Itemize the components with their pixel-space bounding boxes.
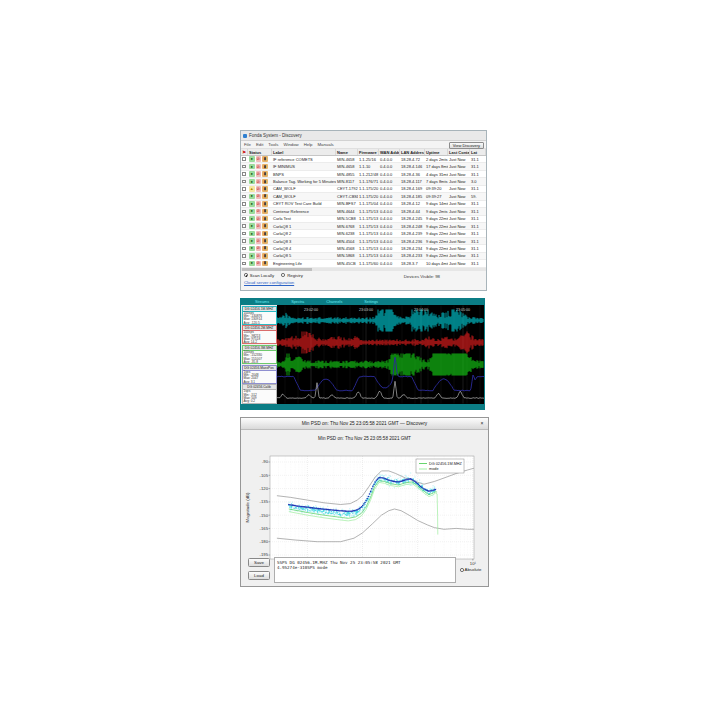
table-row[interactable]: ●⊘▮CarlaQ8 3MIN-45041.1-175/130.4.0.018.… [241, 238, 486, 245]
row-checkbox[interactable] [242, 195, 246, 199]
column-header-Status[interactable]: Status [248, 149, 272, 155]
y-tick-label: -180 [260, 539, 269, 544]
view-discovery-button[interactable]: View Discovery [449, 142, 484, 149]
cloud-server-config-link[interactable]: Cloud server configuration [244, 280, 294, 285]
device-name: MIN-4658 [336, 163, 358, 169]
column-header-Uptime[interactable]: Uptime [425, 149, 448, 155]
menu-item-help[interactable]: Help [304, 142, 313, 147]
device-firmware: 1.1-25/16 [358, 156, 379, 162]
device-wan: 0.4.0.0 [379, 238, 400, 244]
row-checkbox[interactable] [242, 165, 246, 169]
psd-info-line2: 4.95274e-310SPS mode [277, 565, 453, 571]
y-tick-label: -105 [260, 473, 269, 478]
channel-card[interactable]: DG 02456.3M.MHZ100spsMin: -152330Max: 15… [242, 345, 277, 364]
discovery-titlebar[interactable]: Fonda System - Discovery [241, 131, 486, 141]
device-lan: 18.28.4.239 [400, 230, 425, 236]
row-checkbox[interactable] [242, 217, 246, 221]
device-uptime: 9 days 22mts [425, 253, 448, 259]
menu-item-tools[interactable]: Tools [268, 142, 278, 147]
row-checkbox[interactable] [242, 232, 246, 236]
table-row[interactable]: ●⊘▮CAM_WOLFCEYT-CBSD1.1-175/200.4.0.018.… [241, 193, 486, 200]
device-name: MIN-5CB8 [336, 216, 358, 222]
table-row[interactable]: ●⊘▮Engineering LifeMIN-45CB1.1-175/600.4… [241, 260, 486, 267]
device-wan: 0.4.0.0 [379, 245, 400, 251]
column-header-WAN Address[interactable]: WAN Address [379, 149, 400, 155]
save-button[interactable]: Save [248, 558, 270, 567]
lock-status-icon: ▮ [262, 171, 268, 177]
table-row[interactable]: ●⊘▮CarlaQ8 4MIN-45681.1-175/130.4.0.018.… [241, 245, 486, 252]
menu-item-edit[interactable]: Edit [256, 142, 263, 147]
table-row[interactable]: ●⊘▮CarlaQ8 2MIN-62381.1-175/130.4.0.018.… [241, 230, 486, 237]
table-row[interactable]: ●⊘▮IF reference COMETSMIN-46581.1-25/160… [241, 156, 486, 163]
row-checkbox-cell [241, 223, 248, 229]
device-label: Engineering Life [272, 260, 336, 266]
row-checkbox[interactable] [242, 254, 246, 258]
device-last-contact: Just Now [448, 163, 470, 169]
row-checkbox-cell [241, 238, 248, 244]
row-checkbox[interactable] [242, 262, 246, 266]
table-row[interactable]: ●⊘▮IF MINIMUSMIN-46581.1-100.4.0.018.28.… [241, 163, 486, 170]
waveform-display-area[interactable]: 23:02:0023:03:0023:04:0023:05:00 [277, 305, 484, 404]
registry-label: Registry [287, 273, 303, 278]
channel-card[interactable]: DG 02456.1M.MHZ100spsMin: -130876Max: 13… [242, 306, 277, 325]
device-lat: 31.1 [470, 156, 486, 162]
device-lan: 18.28.4.12 [400, 201, 425, 207]
row-checkbox[interactable] [242, 180, 246, 184]
row-checkbox[interactable] [242, 157, 246, 161]
column-header-Name[interactable]: Name [336, 149, 358, 155]
device-last-contact: Just Now [448, 178, 470, 184]
row-checkbox[interactable] [242, 187, 246, 191]
menu-item-window[interactable]: Window [283, 142, 298, 147]
psd-info-box[interactable]: 5SPS DG 02456.1M.MHZ Thu Nov 25 23:05:58… [274, 557, 456, 583]
table-row[interactable]: ●⊘▮Balance Tag. Working for 5 Minutes.MI… [241, 178, 486, 185]
row-checkbox[interactable] [242, 224, 246, 228]
lock-status-icon: ▮ [262, 186, 268, 192]
table-row[interactable]: ●⊘▮CarlaQ8 5MIN-58681.1-175/130.4.0.018.… [241, 253, 486, 260]
scan-locally-radio[interactable]: Scan Locally [244, 273, 274, 278]
menu-item-file[interactable]: File [244, 142, 251, 147]
menu-item-manuals[interactable]: Manuals [318, 142, 334, 147]
psd-titlebar[interactable]: Min PSD on: Thu Nov 25 23:05:58 2021 GMT… [241, 418, 488, 430]
row-checkbox[interactable] [242, 202, 246, 206]
ok-status-icon: ● [249, 216, 255, 222]
column-header-flag[interactable]: ⚑ [241, 149, 248, 155]
toolbar-item-streams[interactable]: Streams [255, 300, 269, 304]
devices-visible-status: Devices Visible: 98 [404, 274, 440, 279]
toolbar-item-spectra[interactable]: Spectra [291, 300, 304, 304]
row-checkbox[interactable] [242, 239, 246, 243]
device-wan: 0.4.0.0 [379, 178, 400, 184]
column-header-Firmware Ver[interactable]: Firmware Ver [358, 149, 379, 155]
table-row[interactable]: ●⊘▮Carla TestMIN-5CB81.1-175/130.4.0.018… [241, 216, 486, 223]
device-name: CEYT-1792 [336, 186, 358, 192]
table-row[interactable]: ●⊘▮Centenar ReferenceMIN-46441.1-175/130… [241, 208, 486, 215]
column-header-Label[interactable]: Label [272, 149, 336, 155]
status-cell: ●⊘▮ [248, 163, 272, 169]
toolbar-item-settings[interactable]: Settings [364, 300, 378, 304]
load-button[interactable]: Load [248, 571, 270, 580]
row-checkbox[interactable] [242, 247, 246, 251]
device-lat: 31.1 [470, 163, 486, 169]
column-header-Last Contact[interactable]: Last Contact [448, 149, 470, 155]
registry-radio[interactable]: Registry [281, 273, 303, 278]
table-row[interactable]: ●⊘▮BNPSMIN-48551.1-212/480.4.0.018.28.4.… [241, 171, 486, 178]
device-uptime: 9 days 22mts [425, 238, 448, 244]
row-checkbox-cell [241, 230, 248, 236]
device-wan: 0.4.0.0 [379, 230, 400, 236]
device-last-contact: Just Now [448, 193, 470, 199]
column-header-Lat[interactable]: Lat [470, 149, 486, 155]
table-row[interactable]: ▲⊘▮CAM_WOLFCEYT-17921.1-175/200.4.0.018.… [241, 186, 486, 193]
channel-card[interactable]: DG 02456.MassPos1spsMin: -2048Max: 2047A… [242, 365, 277, 384]
row-checkbox[interactable] [242, 210, 246, 214]
table-row[interactable]: ●⊘▮CarlaQ8 1MIN-67681.1-175/130.4.0.018.… [241, 223, 486, 230]
close-icon[interactable]: × [479, 421, 485, 427]
blocked-status-icon: ⊘ [256, 171, 262, 177]
table-row[interactable]: ●⊘▮CEYT ROV Test Care BuildMIN-BFS71.1-1… [241, 201, 486, 208]
row-checkbox[interactable] [242, 172, 246, 176]
lock-status-icon: ▮ [262, 261, 268, 267]
channel-card[interactable]: DG 02456.2M.MHZ100spsMin: -98213Max: 975… [242, 325, 277, 344]
absolute-radio[interactable]: Absolute [460, 567, 481, 572]
column-header-LAN Address[interactable]: LAN Address [400, 149, 425, 155]
channel-card[interactable]: DG 02456.Calib1spsMin: -512Max: 509Avg: … [242, 384, 277, 403]
toolbar-item-channels[interactable]: Channels [326, 300, 342, 304]
device-lat: 31.1 [470, 223, 486, 229]
